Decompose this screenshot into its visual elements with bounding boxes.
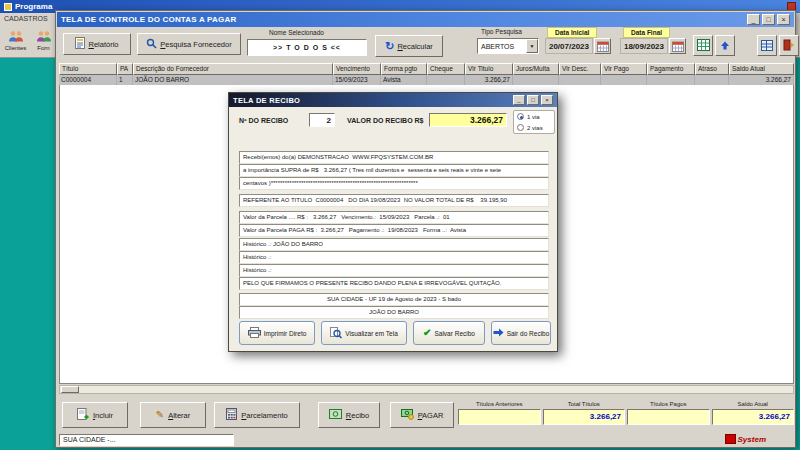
radio-icon[interactable]	[517, 124, 524, 131]
alterar-button[interactable]: ✎ Alterar	[140, 402, 206, 428]
relatorio-button[interactable]: Relatório	[63, 33, 131, 55]
receipt-line-historico: Histórico .:	[239, 251, 549, 264]
background-title: Programa	[15, 2, 52, 11]
exit-door-button[interactable]	[779, 35, 799, 56]
column-header-vlr-titulo[interactable]: Vlr Titulo	[465, 63, 513, 75]
column-header-pagamento[interactable]: Pagamento	[647, 63, 695, 75]
column-header-descricao[interactable]: Descrição do Fornecedor	[133, 63, 333, 75]
table-row[interactable]: C0000004 1 JOÃO DO BARRO 15/09/2023 Avis…	[59, 75, 794, 85]
recalcular-button[interactable]: ↻ Recalcular	[375, 35, 443, 57]
report-icon	[75, 37, 85, 51]
receipt-line: Recebi(emos) do(a) DEMONSTRACAO WWW.FPQS…	[239, 151, 549, 164]
scrollbar-thumb[interactable]	[61, 386, 79, 393]
close-button[interactable]: ×	[541, 95, 553, 105]
summary-titulos-anteriores: Títulos Anteriores	[458, 399, 541, 425]
nome-selecionado-field[interactable]: >> T O D O S <<	[247, 39, 367, 56]
summary-value	[458, 409, 541, 425]
sair-do-recibo-button[interactable]: Sair do Recibo	[491, 321, 551, 345]
recibo-label: Recibo	[346, 411, 369, 420]
pesquisa-fornecedor-button[interactable]: Pesquisa Fornecedor	[137, 33, 241, 55]
cell-juros-multa	[513, 75, 559, 85]
cell-vencimento: 15/09/2023	[333, 75, 381, 85]
horizontal-scrollbar[interactable]	[59, 385, 794, 394]
receipt-line-historico: Histórico .:	[239, 264, 549, 277]
numero-recibo-field[interactable]: 2	[309, 113, 335, 127]
add-document-icon	[77, 408, 89, 423]
tipo-pesquisa-label: Tipo Pesquisa	[481, 28, 522, 35]
column-header-vencimento[interactable]: Vencimento	[333, 63, 381, 75]
receipt-line: PELO QUE FIRMAMOS O PRESENTE RECIBO DAND…	[239, 277, 549, 290]
valor-recibo-label: VALOR DO RECIBO R$	[347, 117, 424, 124]
dialog-title: TELA DE RECIBO	[233, 96, 300, 105]
data-inicial-label: Data Inicial	[547, 27, 597, 38]
vias-option-group: 1 via 2 vias	[513, 110, 555, 134]
summary-titulos-pagos: Títulos Pagos	[627, 399, 710, 425]
column-header-pa[interactable]: PA	[117, 63, 133, 75]
minimize-button[interactable]: _	[747, 14, 760, 25]
receipt-line: REFERENTE AO TITULO C0000004 DO DIA 19/0…	[239, 194, 549, 207]
toolbar-button-label: Forn	[37, 45, 49, 51]
toolbar-button-fornecedores[interactable]: Forn	[30, 24, 57, 56]
recalcular-label: Recalcular	[397, 42, 432, 51]
maximize-button[interactable]: □	[527, 95, 539, 105]
column-header-forma-pgto[interactable]: Forma pgto	[381, 63, 427, 75]
menu-cadastros: CADASTROS	[4, 15, 48, 22]
option-2-vias[interactable]: 2 vias	[517, 124, 551, 131]
toolbar-button-clientes[interactable]: Clientes	[2, 24, 29, 56]
calendar-icon[interactable]	[594, 38, 611, 54]
summary-total-titulos: Total Títulos 3.266,27	[543, 399, 626, 425]
column-header-titulo[interactable]: Título	[59, 63, 117, 75]
salvar-recibo-button[interactable]: ✔ Salvar Recibo	[413, 321, 485, 345]
pesquisa-label: Pesquisa Fornecedor	[160, 40, 231, 49]
summary-value: 3.266,27	[712, 409, 795, 425]
calendar-icon[interactable]	[669, 38, 686, 54]
main-window-titlebar: TELA DE CONTROLE DO CONTAS A PAGAR _ □ ×	[57, 12, 794, 27]
column-header-vlr-pago[interactable]: Vlr Pago	[601, 63, 647, 75]
close-button[interactable]: ×	[777, 14, 790, 25]
table-header-row: Título PA Descrição do Fornecedor Vencim…	[59, 63, 794, 75]
column-header-vlr-desc[interactable]: Vlr Desc.	[559, 63, 601, 75]
browse-grid-button[interactable]	[757, 35, 777, 56]
data-final-value[interactable]: 18/09/2023	[620, 38, 668, 54]
data-inicial-group: 20/07/2023	[545, 38, 611, 54]
option-1-via[interactable]: 1 via	[517, 113, 551, 120]
tipo-pesquisa-select[interactable]: ABERTOS ▼	[477, 38, 539, 54]
maximize-button[interactable]: □	[762, 14, 775, 25]
visualizar-em-tela-button[interactable]: Visualizar em Tela	[321, 321, 407, 345]
column-header-juros-multa[interactable]: Juros/Multa	[513, 63, 559, 75]
brand-text: System	[738, 435, 766, 444]
radio-icon[interactable]	[517, 113, 524, 120]
cell-atraso	[695, 75, 729, 85]
preview-magnifier-icon	[330, 327, 342, 340]
receipt-city-date-line: SUA CIDADE - UF 19 de Agosto de 2023 - S…	[239, 293, 549, 306]
toolbar-button-label: Clientes	[5, 45, 27, 51]
parcelamento-button[interactable]: Parcelamento	[214, 402, 300, 428]
receipt-line: centavos )******************************…	[239, 177, 549, 190]
export-excel-button[interactable]	[693, 35, 713, 56]
main-window-controls: _ □ ×	[747, 14, 790, 25]
recibo-button[interactable]: Recibo	[318, 402, 380, 428]
column-header-atraso[interactable]: Atraso	[695, 63, 729, 75]
imprimir-direto-button[interactable]: Imprimir Direto	[239, 321, 315, 345]
money-icon	[401, 409, 414, 422]
column-header-cheque[interactable]: Cheque	[427, 63, 465, 75]
receipt-line-historico: Histórico .: JOÃO DO BARRO	[239, 238, 549, 251]
column-header-saldo-atual[interactable]: Saldo Atual	[729, 63, 794, 75]
pagar-button[interactable]: PAGAR	[390, 402, 454, 428]
send-up-button[interactable]	[715, 35, 735, 56]
cell-vlr-desc	[559, 75, 601, 85]
incluir-button[interactable]: Incluir	[62, 402, 128, 428]
dialog-body: Nº DO RECIBO 2 VALOR DO RECIBO R$ 3.266,…	[229, 107, 557, 351]
dialog-titlebar: TELA DE RECIBO _ □ ×	[229, 93, 557, 107]
grid-icon	[761, 37, 773, 55]
status-bar: SUA CIDADE -... System	[57, 433, 794, 447]
cell-vlr-pago	[601, 75, 647, 85]
chevron-down-icon[interactable]: ▼	[526, 39, 538, 53]
main-window-title: TELA DE CONTROLE DO CONTAS A PAGAR	[61, 15, 236, 24]
minimize-button[interactable]: _	[513, 95, 525, 105]
valor-recibo-field[interactable]: 3.266,27	[429, 113, 507, 127]
imprimir-label: Imprimir Direto	[264, 330, 307, 337]
status-city-field: SUA CIDADE -...	[59, 434, 234, 446]
data-inicial-value[interactable]: 20/07/2023	[545, 38, 593, 54]
summary-panels: Títulos Anteriores Total Títulos 3.266,2…	[458, 399, 794, 425]
